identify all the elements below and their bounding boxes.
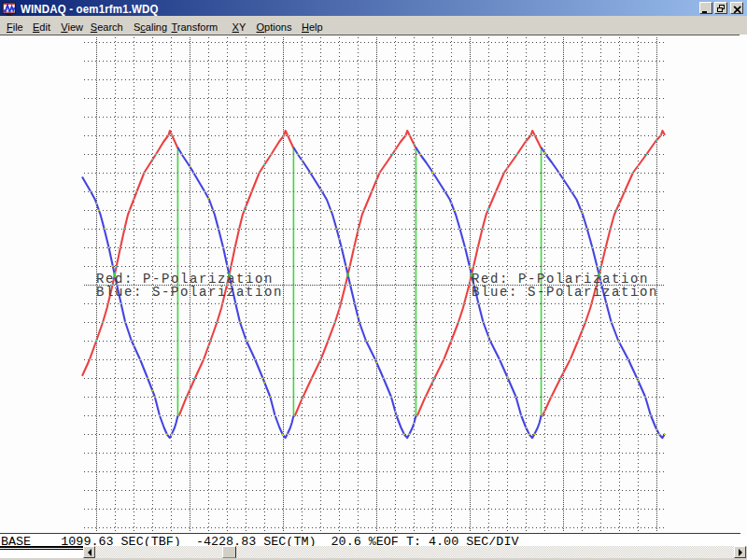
svg-text:Blue: S-Polarization: Blue: S-Polarization: [472, 285, 658, 300]
svg-text:Blue: S-Polarization: Blue: S-Polarization: [96, 285, 283, 300]
